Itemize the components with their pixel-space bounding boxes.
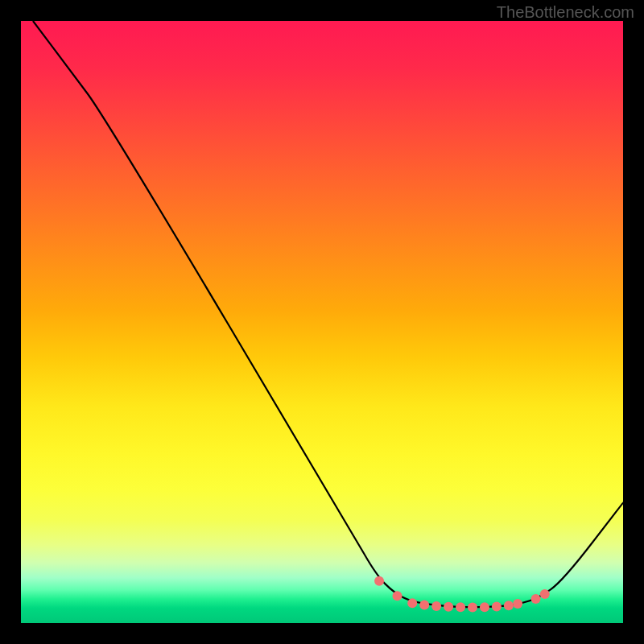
data-marker xyxy=(480,602,489,612)
markers-group xyxy=(374,576,550,613)
data-marker xyxy=(492,601,502,611)
data-marker xyxy=(531,594,541,604)
data-marker xyxy=(513,599,522,609)
plot-area xyxy=(21,21,623,623)
chart-svg xyxy=(21,21,623,623)
data-marker xyxy=(419,601,429,610)
data-marker xyxy=(468,603,477,613)
data-marker xyxy=(374,576,384,586)
data-marker xyxy=(456,602,465,612)
data-marker xyxy=(444,602,453,612)
curve-line xyxy=(33,21,623,607)
data-marker xyxy=(504,601,514,610)
data-marker xyxy=(393,591,402,601)
data-marker xyxy=(407,598,417,608)
data-marker xyxy=(540,589,550,599)
watermark-text: TheBottleneck.com xyxy=(497,3,634,22)
data-marker xyxy=(431,601,441,611)
